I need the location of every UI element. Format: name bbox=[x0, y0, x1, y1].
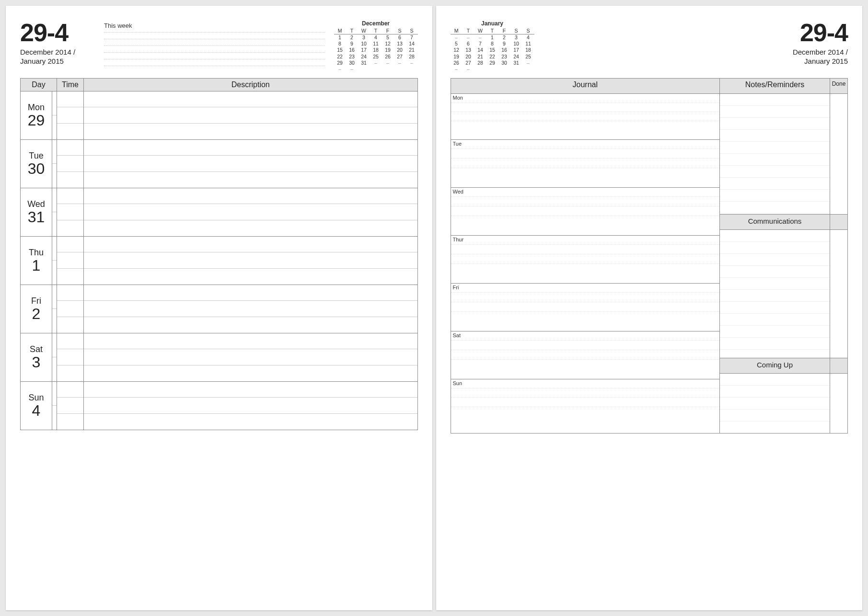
mini-cal-cell: 14 bbox=[475, 47, 486, 53]
schedule-row: Mon29 bbox=[21, 91, 418, 139]
schedule-time-cell bbox=[57, 188, 84, 236]
mini-cal-cell: 19 bbox=[382, 47, 394, 53]
mini-cal-cell: – bbox=[334, 66, 346, 72]
schedule-spacer bbox=[52, 188, 57, 236]
mini-calendar-right: January MTWTFSS –––123456789101112131415… bbox=[451, 20, 534, 72]
date-block-right: 29-4 December 2014 / January 2015 bbox=[774, 20, 848, 66]
schedule-day-cell: Sun4 bbox=[21, 381, 52, 430]
mini-cal-dow: T bbox=[346, 28, 358, 34]
mini-cal-cell: 1 bbox=[334, 34, 346, 41]
schedule-row: Fri2 bbox=[21, 285, 418, 333]
schedule-desc-cell bbox=[84, 236, 417, 285]
journal-day-label: Tue bbox=[453, 141, 462, 147]
mini-cal-cell: 11 bbox=[522, 41, 534, 47]
communications-block bbox=[720, 230, 830, 358]
mini-cal-dow: W bbox=[358, 28, 370, 34]
mini-cal-cell: 29 bbox=[486, 60, 498, 66]
mini-cal-cell: 30 bbox=[346, 60, 358, 66]
right-page: January MTWTFSS –––123456789101112131415… bbox=[436, 6, 863, 610]
mini-cal-cell: – bbox=[451, 66, 463, 72]
mini-cal-cell: 16 bbox=[498, 47, 510, 53]
journal-header: Journal bbox=[451, 79, 720, 94]
schedule-desc-cell bbox=[84, 139, 417, 188]
mini-cal-cell: 16 bbox=[346, 47, 358, 53]
mini-cal-cell: 27 bbox=[463, 60, 475, 66]
week-range: 29-4 bbox=[20, 20, 94, 45]
mini-cal-cell: 12 bbox=[382, 41, 394, 47]
schedule-dow: Fri bbox=[21, 296, 52, 306]
schedule-dow: Sat bbox=[21, 344, 52, 354]
mini-cal-cell bbox=[510, 66, 522, 72]
schedule-row: Sun4 bbox=[21, 381, 418, 430]
mini-cal-cell: 7 bbox=[475, 41, 486, 47]
mini-cal-cell bbox=[394, 66, 406, 72]
journal-day: Sun bbox=[451, 379, 720, 425]
journal-day: Tue bbox=[451, 140, 720, 188]
mini-cal-dow: S bbox=[406, 28, 418, 34]
done-seg-1 bbox=[830, 94, 847, 215]
mini-cal-cell: 31 bbox=[358, 60, 370, 66]
mini-cal-cell: 18 bbox=[522, 47, 534, 53]
journal-day: Thur bbox=[451, 236, 720, 284]
date-sub-line1: December 2014 / bbox=[20, 48, 94, 57]
planner-spread: 29-4 December 2014 / January 2015 This w… bbox=[6, 6, 862, 610]
schedule-header-day: Day bbox=[21, 78, 57, 91]
schedule-dow: Sun bbox=[21, 393, 52, 403]
mini-cal-dow: T bbox=[463, 28, 475, 34]
schedule-row: Thu1 bbox=[21, 236, 418, 285]
schedule-time-cell bbox=[57, 333, 84, 381]
mini-cal-cell bbox=[406, 66, 418, 72]
coming-up-block bbox=[720, 374, 830, 433]
schedule-day-cell: Thu1 bbox=[21, 236, 52, 285]
mini-cal-cell bbox=[475, 66, 486, 72]
mini-cal-cell: 20 bbox=[463, 54, 475, 60]
schedule-desc-cell bbox=[84, 285, 417, 333]
mini-cal-cell bbox=[498, 66, 510, 72]
schedule-header-time: Time bbox=[57, 78, 84, 91]
mini-cal-dow: T bbox=[486, 28, 498, 34]
mini-cal-cell: 30 bbox=[498, 60, 510, 66]
date-sub-line1-right: December 2014 / bbox=[774, 48, 848, 57]
schedule-daynum: 29 bbox=[21, 113, 52, 128]
mini-cal-dow: S bbox=[522, 28, 534, 34]
mini-cal-cell: 18 bbox=[370, 47, 382, 53]
journal-day-label: Fri bbox=[453, 285, 459, 290]
journal-day: Sat bbox=[451, 331, 720, 379]
mini-cal-cell: – bbox=[463, 34, 475, 41]
mini-cal-cell: 25 bbox=[370, 54, 382, 60]
mini-cal-cell: – bbox=[406, 60, 418, 66]
schedule-day-cell: Mon29 bbox=[21, 91, 52, 139]
coming-up-header: Coming Up bbox=[720, 358, 830, 374]
mini-cal-cell: 2 bbox=[498, 34, 510, 41]
schedule-desc-cell bbox=[84, 333, 417, 381]
mini-cal-cell: – bbox=[475, 34, 486, 41]
mini-cal-cell: – bbox=[370, 60, 382, 66]
mini-cal-dow: T bbox=[370, 28, 382, 34]
done-seg-2 bbox=[830, 230, 847, 358]
mini-cal-right-title: January bbox=[451, 20, 534, 27]
schedule-day-cell: Wed31 bbox=[21, 188, 52, 236]
journal-day-label: Sun bbox=[453, 380, 463, 386]
journal-day-label: Wed bbox=[453, 189, 463, 194]
mini-cal-cell: 3 bbox=[358, 34, 370, 41]
schedule-table: Day Time Description Mon29Tue30Wed31Thu1… bbox=[20, 78, 418, 430]
mini-cal-cell: 9 bbox=[346, 41, 358, 47]
mini-cal-cell: 19 bbox=[451, 54, 463, 60]
mini-cal-cell: 26 bbox=[382, 54, 394, 60]
schedule-desc-cell bbox=[84, 188, 417, 236]
this-week-block: This week bbox=[104, 20, 324, 66]
mini-cal-cell: 31 bbox=[510, 60, 522, 66]
schedule-daynum: 31 bbox=[21, 209, 52, 225]
right-header: January MTWTFSS –––123456789101112131415… bbox=[451, 20, 848, 72]
schedule-time-cell bbox=[57, 139, 84, 188]
mini-cal-cell: 23 bbox=[346, 54, 358, 60]
mini-cal-cell: 25 bbox=[522, 54, 534, 60]
schedule-desc-cell bbox=[84, 381, 417, 430]
journal-day: Fri bbox=[451, 284, 720, 331]
schedule-daynum: 30 bbox=[21, 161, 52, 176]
mini-cal-cell: – bbox=[382, 60, 394, 66]
mini-cal-cell: 10 bbox=[510, 41, 522, 47]
mini-cal-cell: 28 bbox=[475, 60, 486, 66]
mini-cal-cell: 20 bbox=[394, 47, 406, 53]
schedule-row: Tue30 bbox=[21, 139, 418, 188]
